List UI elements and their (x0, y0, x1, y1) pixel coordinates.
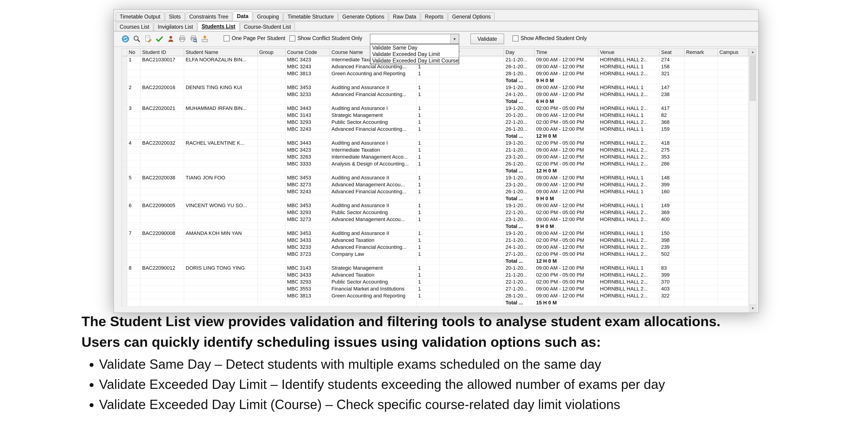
cell-student-name[interactable] (184, 285, 258, 292)
cell-empty[interactable] (184, 195, 258, 202)
cell-empty[interactable] (285, 133, 330, 140)
show-conflict-student-checkbox[interactable]: Show Conflict Student Only (289, 35, 362, 41)
cell-student-id[interactable]: BAC22020021 (141, 105, 184, 112)
cell-lecturer[interactable] (439, 70, 504, 77)
cell-empty[interactable] (258, 223, 285, 230)
cell-remark[interactable] (684, 237, 718, 244)
cell-empty[interactable] (598, 167, 659, 174)
row-selector[interactable] (122, 292, 127, 299)
cell-student-id[interactable] (141, 147, 184, 153)
print-preview-icon[interactable] (188, 34, 198, 44)
cell-seat[interactable]: 370 (659, 278, 684, 285)
cell-course-name[interactable]: Public Sector Accounting (330, 278, 416, 285)
cell-paper-count[interactable]: 1 (416, 147, 439, 153)
cell-student-id[interactable] (141, 292, 184, 299)
cell-venue[interactable]: HORNBILL HALL 2... (598, 292, 659, 299)
cell-empty[interactable] (598, 299, 659, 306)
cell-venue[interactable]: HORNBILL HALL 1 (598, 202, 659, 209)
row-selector[interactable] (122, 70, 127, 77)
cell-remark[interactable] (684, 153, 718, 160)
scroll-up-icon[interactable]: ▲ (749, 49, 756, 56)
cell-remark[interactable] (684, 181, 718, 188)
cell-venue[interactable]: HORNBILL HALL 1 (598, 174, 659, 181)
cell-course-name[interactable]: Advanced Management Accou... (330, 216, 416, 223)
cell-no[interactable]: 2 (127, 84, 141, 91)
cell-day[interactable]: 22-1-20... (504, 119, 534, 126)
cell-empty[interactable] (127, 77, 141, 84)
cell-student-name[interactable] (184, 209, 258, 216)
cell-group[interactable] (258, 188, 285, 195)
row-selector[interactable] (122, 133, 127, 140)
cell-empty[interactable] (184, 223, 258, 230)
cell-group[interactable] (258, 91, 285, 98)
cell-no[interactable]: 6 (127, 202, 141, 209)
cell-group[interactable] (258, 119, 285, 126)
cell-venue[interactable]: HORNBILL HALL 2... (598, 105, 659, 112)
chevron-down-icon[interactable]: ▼ (450, 34, 459, 43)
cell-empty[interactable] (330, 299, 416, 306)
cell-empty[interactable] (659, 195, 684, 202)
row-selector[interactable] (122, 244, 127, 251)
cell-student-name[interactable] (184, 119, 258, 126)
cell-student-name[interactable] (184, 188, 258, 195)
cell-venue[interactable]: HORNBILL HALL 2... (598, 244, 659, 251)
cell-empty[interactable] (416, 299, 439, 306)
cell-course-code[interactable]: MBC 3243 (285, 188, 330, 195)
cell-empty[interactable] (141, 98, 184, 105)
cell-time[interactable]: 09:00 AM - 12:00 PM (534, 126, 598, 133)
cell-empty[interactable] (659, 77, 684, 84)
cell-empty[interactable] (659, 98, 684, 105)
cell-no[interactable] (127, 112, 141, 119)
cell-student-id[interactable] (141, 237, 184, 244)
cell-day[interactable]: 19-1-20... (504, 202, 534, 209)
cell-time[interactable]: 09:00 AM - 12:00 PM (534, 285, 598, 292)
column-header-venue[interactable]: Venue (598, 49, 659, 56)
cell-no[interactable] (127, 119, 141, 126)
cell-no[interactable]: 4 (127, 140, 141, 147)
cell-lecturer[interactable] (439, 188, 504, 195)
cell-day[interactable]: 23-1-20... (504, 181, 534, 188)
cell-campus[interactable] (718, 112, 748, 119)
cell-empty[interactable] (718, 133, 748, 140)
cell-group[interactable] (258, 216, 285, 223)
cell-course-code[interactable]: MBC 3453 (285, 230, 330, 237)
cell-course-name[interactable]: Company Law (330, 251, 416, 258)
column-header-student-name[interactable]: Student Name (184, 49, 258, 56)
cell-campus[interactable] (718, 119, 748, 126)
cell-seat[interactable]: 149 (659, 202, 684, 209)
cell-day[interactable]: 19-1-20... (504, 84, 534, 91)
cell-student-name[interactable] (184, 272, 258, 278)
cell-course-name[interactable]: Advanced Financial Accounting... (330, 91, 416, 98)
cell-lecturer[interactable] (439, 244, 504, 251)
cell-course-name[interactable]: Strategic Management (330, 265, 416, 272)
main-tab-reports[interactable]: Reports (421, 12, 447, 21)
cell-course-name[interactable]: Intermediate Management Acco... (330, 153, 416, 160)
cell-campus[interactable] (718, 202, 748, 209)
cell-student-id[interactable] (141, 160, 184, 167)
cell-seat[interactable]: 368 (659, 119, 684, 126)
cell-day[interactable]: 23-1-20... (504, 216, 534, 223)
cell-no[interactable] (127, 181, 141, 188)
cell-seat[interactable]: 238 (659, 91, 684, 98)
cell-no[interactable] (127, 285, 141, 292)
cell-time[interactable]: 09:00 AM - 12:00 PM (534, 202, 598, 209)
show-affected-student-checkbox[interactable]: Show Affected Student Only (513, 35, 587, 41)
cell-time[interactable]: 09:00 AM - 12:00 PM (534, 216, 598, 223)
cell-day[interactable]: 28-1-20... (504, 292, 534, 299)
cell-lecturer[interactable] (439, 216, 504, 223)
cell-course-code[interactable]: MBC 3433 (285, 272, 330, 278)
validation-dropdown[interactable]: ▼ (370, 34, 459, 44)
main-tab-raw-data[interactable]: Raw Data (389, 12, 420, 21)
cell-group[interactable] (258, 272, 285, 278)
cell-empty[interactable] (684, 299, 718, 306)
cell-empty[interactable] (330, 77, 416, 84)
cell-student-id[interactable] (141, 216, 184, 223)
cell-no[interactable] (127, 126, 141, 133)
cell-lecturer[interactable] (439, 202, 504, 209)
cell-empty[interactable] (330, 133, 416, 140)
cell-paper-count[interactable]: 1 (416, 244, 439, 251)
cell-no[interactable] (127, 91, 141, 98)
cell-seat[interactable]: 286 (659, 160, 684, 167)
cell-lecturer[interactable] (439, 209, 504, 216)
cell-time[interactable]: 09:00 AM - 12:00 PM (534, 230, 598, 237)
